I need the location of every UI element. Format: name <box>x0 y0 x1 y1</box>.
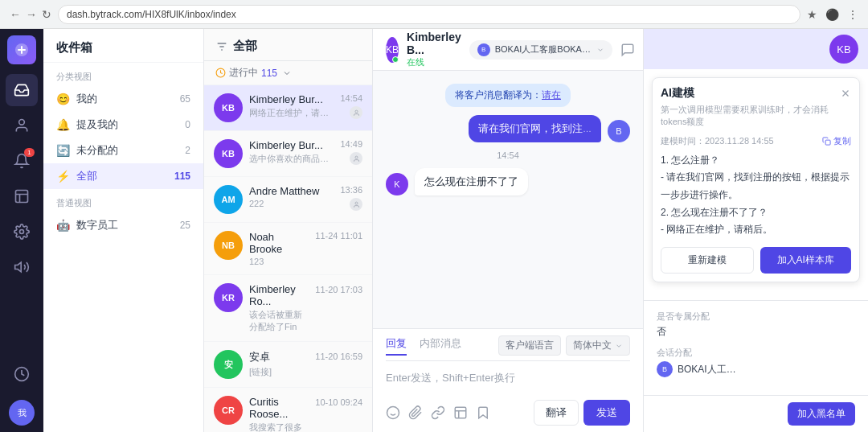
conv-avatar-2: AM <box>214 185 243 214</box>
sidebar-item-mine[interactable]: 😊 我的 65 <box>43 86 203 112</box>
conv-item-1[interactable]: KB Kimberley Bur... 选中你喜欢的商品，一键… 14:49 <box>204 131 372 177</box>
conv-time-2: 13:36 <box>340 185 362 195</box>
conv-item-3[interactable]: NB Noah Brooke 123 11-24 11:01 <box>204 223 372 275</box>
conv-avatar-4: KR <box>214 283 243 312</box>
conv-name-4: Kimberley Ro... <box>249 283 309 307</box>
svg-point-3 <box>20 230 24 234</box>
conv-avatar-5: 安 <box>214 350 243 379</box>
ai-copy-btn[interactable]: 复制 <box>822 135 851 147</box>
nav-item-notifications[interactable]: 1 <box>6 145 38 177</box>
chat-header-avatar: KB <box>386 37 399 63</box>
ai-panel-top-avatar: KB <box>644 29 868 69</box>
chat-header-actions: B BOKAI人工客服BOKAI人工客服 <box>469 40 657 60</box>
chat-header: KB Kimberley B... 在线 B BOKAI人工客服BOKAI人工客… <box>373 29 643 71</box>
clock-icon <box>215 68 226 78</box>
msg-avatar-right: B <box>608 120 630 142</box>
conv-name-3: Noah Brooke <box>249 231 309 255</box>
chat-tabs-bar: 回复 内部消息 客户端语言 简体中文 <box>386 335 630 361</box>
conv-item-6[interactable]: CR Curitis Roose... 我搜索了很多地方，但是… 10-10 0… <box>204 388 372 432</box>
chat-note-icon[interactable] <box>620 43 635 57</box>
nav-item-contacts[interactable] <box>6 109 38 142</box>
conv-item-0[interactable]: KB Kimberley Bur... 网络正在维护，请稍后 14:54 <box>204 85 372 131</box>
conv-name-1: Kimberley Bur... <box>249 139 334 151</box>
attachment-icon[interactable] <box>408 405 423 420</box>
conv-preview-4: 该会话被重新分配给了Fin <box>249 309 309 333</box>
assign-value: 否 <box>657 325 855 339</box>
sidebar: 收件箱 分类视图 😊 我的 65 🔔 提及我的 0 🔄 未分配的 2 ⚡ 全部 … <box>43 29 204 432</box>
category-section-label: 分类视图 <box>43 63 203 86</box>
conv-name-5: 安卓 <box>249 350 309 364</box>
conv-time-6: 10-10 09:24 <box>315 397 362 407</box>
forward-btn[interactable]: → <box>26 8 37 21</box>
tab-internal[interactable]: 内部消息 <box>420 336 461 356</box>
msg-avatar-left: K <box>386 173 408 195</box>
user-avatar[interactable]: 我 <box>9 400 35 426</box>
conv-preview-1: 选中你喜欢的商品，一键… <box>249 153 334 165</box>
conv-time-5: 11-20 16:59 <box>315 352 362 361</box>
ai-build-time: 建模时间：2023.11.28 14:55 <box>661 135 774 147</box>
address-text: dash.bytrack.com/HIX8fUlK/inbox/index <box>67 9 236 20</box>
sidebar-item-all[interactable]: ⚡ 全部 115 <box>43 163 203 189</box>
blacklist-button[interactable]: 加入黑名单 <box>788 402 855 426</box>
sidebar-item-digital[interactable]: 🤖 数字员工 25 <box>43 212 203 238</box>
normal-section-label: 普通视图 <box>43 189 203 212</box>
back-btn[interactable]: ← <box>10 8 21 21</box>
agent-selector[interactable]: B BOKAI人工客服BOKAI人工客服 <box>469 40 612 60</box>
conv-badge-1 <box>350 152 362 165</box>
app-logo <box>7 35 36 64</box>
chat-area: KB Kimberley B... 在线 B BOKAI人工客服BOKAI人工客… <box>373 29 643 432</box>
nav-item-inbox[interactable] <box>6 74 38 106</box>
sidebar-item-unassigned[interactable]: 🔄 未分配的 2 <box>43 138 203 163</box>
svg-rect-16 <box>455 407 466 418</box>
nav-item-settings[interactable] <box>6 216 38 248</box>
menu-icon[interactable]: ⋮ <box>847 8 858 21</box>
conv-status-bar: 进行中 115 <box>204 61 372 85</box>
chat-header-info: Kimberley B... 在线 <box>407 31 461 68</box>
conv-item-2[interactable]: AM Andre Matthew 222 13:36 <box>204 177 372 223</box>
filter-icon[interactable] <box>215 40 228 53</box>
nav-item-reports[interactable] <box>6 180 38 212</box>
rebuild-btn[interactable]: 重新建模 <box>661 247 754 274</box>
profile-icon[interactable]: ⚫ <box>825 8 839 21</box>
client-lang-selector[interactable]: 客户端语言 <box>498 335 561 356</box>
msg-row-right: B 请在我们官网，找到注… <box>386 115 630 142</box>
chevron-down-icon[interactable] <box>282 68 292 78</box>
notification-badge: 1 <box>24 148 35 157</box>
svg-point-12 <box>355 202 358 204</box>
conv-name-2: Andre Matthew <box>249 185 334 197</box>
conv-assign-value: B BOKAI人工… <box>657 361 855 377</box>
conv-time-0: 14:54 <box>340 93 362 103</box>
send-button[interactable]: 发送 <box>583 400 630 426</box>
bookmark-icon[interactable] <box>476 405 490 420</box>
nav-item-history[interactable] <box>6 358 38 390</box>
chat-header-name: Kimberley B... <box>407 31 461 56</box>
conv-item-5[interactable]: 安 安卓 [链接] 11-20 16:59 <box>204 342 372 388</box>
emoji-icon[interactable] <box>386 405 400 420</box>
conv-list-header: 全部 <box>204 29 372 61</box>
add-to-ai-btn[interactable]: 加入AI样本库 <box>760 247 852 274</box>
system-bubble: 将客户消息翻译为：请在 <box>445 84 571 107</box>
tab-reply[interactable]: 回复 <box>386 336 407 356</box>
lang-selector[interactable]: 简体中文 <box>566 335 630 356</box>
star-icon[interactable]: ★ <box>807 8 817 21</box>
template-icon[interactable] <box>453 405 468 420</box>
sidebar-header: 收件箱 <box>43 29 203 63</box>
assign-avatar: B <box>657 361 673 377</box>
link-icon[interactable] <box>431 405 445 420</box>
customer-avatar-large: KB <box>829 35 858 64</box>
conv-name-0: Kimberley Bur... <box>249 93 334 105</box>
refresh-btn[interactable]: ↻ <box>42 8 51 21</box>
ai-panel-close-icon[interactable] <box>840 88 851 99</box>
nav-item-volume[interactable] <box>6 251 38 283</box>
chat-input-box[interactable]: Enter发送，Shift+Enter换行 <box>386 368 630 393</box>
mine-icon: 😊 <box>56 93 70 105</box>
conv-preview-3: 123 <box>249 257 309 266</box>
online-indicator <box>392 56 399 63</box>
svg-rect-2 <box>16 191 28 203</box>
sidebar-item-mentioned[interactable]: 🔔 提及我的 0 <box>43 112 203 138</box>
translate-button[interactable]: 翻译 <box>534 400 579 426</box>
svg-point-13 <box>387 407 399 419</box>
address-bar[interactable]: dash.bytrack.com/HIX8fUlK/inbox/index <box>58 5 800 24</box>
ai-model-card: AI建模 第一次调用模型需要积累训练时，才会消耗tokens额度 建模时间：20… <box>652 77 860 282</box>
conv-item-4[interactable]: KR Kimberley Ro... 该会话被重新分配给了Fin 11-20 1… <box>204 275 372 342</box>
